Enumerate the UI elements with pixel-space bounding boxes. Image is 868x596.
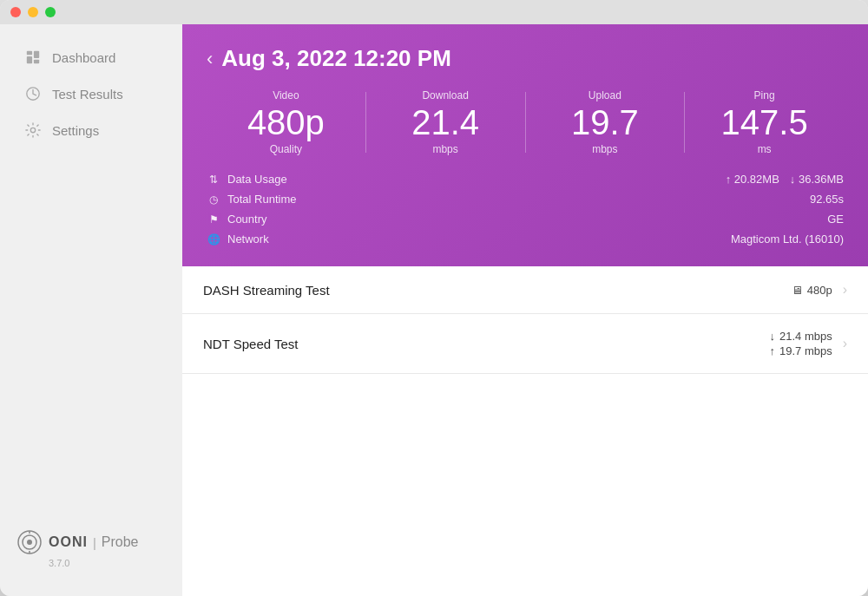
ndt-upload-result: ↑ 19.7 mbps xyxy=(769,344,832,357)
ping-value: 147.5 xyxy=(699,105,830,140)
data-usage-upload: ↑ 20.82MB xyxy=(726,173,779,186)
dash-result-value: 🖥 480p xyxy=(792,284,832,297)
country-label: Country xyxy=(227,213,267,226)
settings-icon xyxy=(24,121,42,139)
network-label: Network xyxy=(227,233,269,246)
video-value: 480p xyxy=(220,105,352,140)
ndt-download-result: ↓ 21.4 mbps xyxy=(769,330,832,343)
stat-upload: Upload 19.7 mbps xyxy=(526,89,685,155)
network-row: 🌐 Network xyxy=(207,233,296,246)
upload-top-label: Upload xyxy=(540,89,671,102)
network-value: Magticom Ltd. (16010) xyxy=(731,233,844,246)
app-body: Dashboard Test Results xyxy=(0,24,868,596)
video-top-label: Video xyxy=(220,89,352,102)
dashboard-icon xyxy=(24,49,42,66)
upload-unit: mbps xyxy=(540,143,671,155)
test-results-icon xyxy=(24,85,42,102)
minimize-button[interactable] xyxy=(28,7,38,17)
ooni-logo-icon xyxy=(17,530,42,554)
total-runtime-icon: ◷ xyxy=(207,193,220,206)
upload-value: 19.7 xyxy=(540,105,671,140)
data-usage-icon: ⇅ xyxy=(207,174,220,186)
app-window: Dashboard Test Results xyxy=(0,0,868,596)
back-button[interactable]: ‹ xyxy=(207,48,213,70)
total-runtime-row: ◷ Total Runtime xyxy=(207,193,296,206)
ping-unit: ms xyxy=(699,143,830,155)
dash-test-result: 🖥 480p xyxy=(792,284,832,297)
banner: ‹ Aug 3, 2022 12:20 PM Video 480p Qualit… xyxy=(182,24,868,266)
data-usage-download: ↓ 36.36MB xyxy=(790,173,844,186)
download-value: 21.4 xyxy=(380,105,511,140)
stats-row: Video 480p Quality Download 21.4 mbps Up… xyxy=(207,89,844,155)
svg-rect-2 xyxy=(34,51,39,58)
data-usage-label: Data Usage xyxy=(227,173,287,186)
sidebar-item-test-results[interactable]: Test Results xyxy=(7,76,175,111)
svg-rect-3 xyxy=(34,60,39,64)
ooni-text: OONI xyxy=(49,534,88,550)
ndt-upload-value: 19.7 mbps xyxy=(779,344,832,357)
test-list: DASH Streaming Test 🖥 480p › NDT Speed T… xyxy=(182,266,868,596)
svg-point-5 xyxy=(30,128,35,132)
version-text: 3.7.0 xyxy=(17,558,69,568)
info-labels: ⇅ Data Usage ◷ Total Runtime ⚑ Country xyxy=(207,173,296,246)
sidebar-item-settings[interactable]: Settings xyxy=(7,113,175,147)
svg-rect-0 xyxy=(27,51,32,56)
main-content: ‹ Aug 3, 2022 12:20 PM Video 480p Qualit… xyxy=(182,24,868,596)
sidebar-footer: OONI | Probe 3.7.0 xyxy=(0,516,182,582)
maximize-button[interactable] xyxy=(45,7,56,17)
probe-text: Probe xyxy=(102,534,139,550)
ping-top-label: Ping xyxy=(699,89,830,102)
dash-test-name: DASH Streaming Test xyxy=(203,283,792,298)
download-unit: mbps xyxy=(380,143,511,155)
data-usage-value: ↑ 20.82MB ↓ 36.36MB xyxy=(726,173,844,186)
video-unit: Quality xyxy=(220,143,352,155)
country-icon: ⚑ xyxy=(207,213,220,226)
network-icon: 🌐 xyxy=(207,233,220,246)
sidebar-item-dashboard[interactable]: Dashboard xyxy=(7,40,175,75)
test-results-label: Test Results xyxy=(52,87,123,102)
ndt-download-icon: ↓ xyxy=(769,330,775,343)
stat-ping: Ping 147.5 ms xyxy=(685,89,844,155)
info-section: ⇅ Data Usage ◷ Total Runtime ⚑ Country xyxy=(207,173,844,246)
ndt-test-result: ↓ 21.4 mbps ↑ 19.7 mbps xyxy=(769,330,832,357)
data-usage-row: ⇅ Data Usage xyxy=(207,173,296,186)
dash-result-icon: 🖥 xyxy=(792,284,803,297)
close-button[interactable] xyxy=(10,7,21,17)
total-runtime-label: Total Runtime xyxy=(227,193,296,206)
ndt-chevron-icon: › xyxy=(843,336,847,351)
svg-rect-1 xyxy=(27,56,32,63)
banner-title: ‹ Aug 3, 2022 12:20 PM xyxy=(207,45,844,72)
test-item-dash[interactable]: DASH Streaming Test 🖥 480p › xyxy=(182,266,868,314)
info-values: ↑ 20.82MB ↓ 36.36MB 92.65s GE Magticom L… xyxy=(726,173,844,246)
titlebar xyxy=(0,0,868,24)
total-runtime-value: 92.65s xyxy=(810,193,844,206)
download-top-label: Download xyxy=(380,89,511,102)
stat-video: Video 480p Quality xyxy=(207,89,365,155)
ndt-download-value: 21.4 mbps xyxy=(779,330,832,343)
settings-label: Settings xyxy=(52,123,99,138)
sidebar-nav: Dashboard Test Results xyxy=(0,38,182,516)
ndt-upload-icon: ↑ xyxy=(769,344,775,357)
ooni-brand: OONI | Probe xyxy=(49,534,139,550)
ndt-test-name: NDT Speed Test xyxy=(203,337,769,351)
country-value: GE xyxy=(827,213,844,226)
stat-download: Download 21.4 mbps xyxy=(366,89,525,155)
dashboard-label: Dashboard xyxy=(52,50,115,65)
test-item-ndt[interactable]: NDT Speed Test ↓ 21.4 mbps ↑ 19.7 mbps › xyxy=(182,314,868,374)
sidebar: Dashboard Test Results xyxy=(0,24,182,596)
date-title: Aug 3, 2022 12:20 PM xyxy=(221,45,450,72)
ooni-logo: OONI | Probe xyxy=(17,530,139,554)
country-row: ⚑ Country xyxy=(207,213,296,226)
dash-chevron-icon: › xyxy=(843,282,847,298)
svg-point-8 xyxy=(27,540,32,545)
dash-result-text: 480p xyxy=(807,284,832,297)
